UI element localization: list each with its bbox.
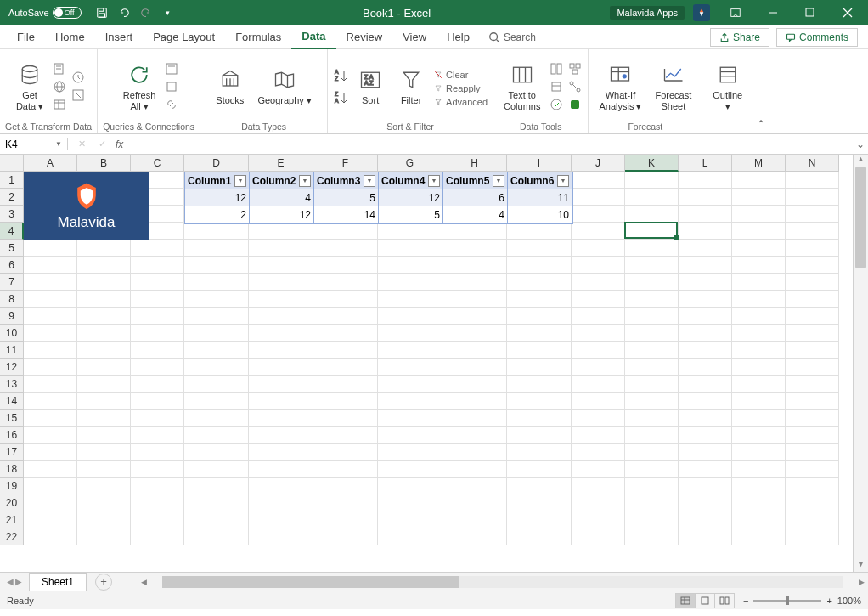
cell-E10[interactable] [249,325,313,342]
cell-E5[interactable] [249,240,313,257]
cell-N7[interactable] [786,274,839,291]
cell-B7[interactable] [77,274,131,291]
cell-B13[interactable] [77,376,131,393]
search-box[interactable]: Search [480,31,544,43]
cell-E8[interactable] [249,291,313,308]
reapply-button[interactable]: Reapply [433,82,488,94]
cell-L13[interactable] [679,376,732,393]
cell-L7[interactable] [679,274,732,291]
cell-K5[interactable] [625,240,679,257]
cell-C20[interactable] [131,494,184,511]
cell-C8[interactable] [131,291,184,308]
cell-H21[interactable] [442,511,507,528]
cell-D11[interactable] [184,342,249,359]
cell-A12[interactable] [24,359,77,376]
excel-table[interactable]: Column1▼Column2▼Column3▼Column4▼Column5▼… [184,172,573,224]
page-layout-view-button[interactable] [695,593,715,608]
tab-page-layout[interactable]: Page Layout [143,25,225,48]
row-header-17[interactable]: 17 [0,444,24,461]
tab-review[interactable]: Review [336,25,393,48]
minimize-button[interactable] [756,0,790,25]
cell-J22[interactable] [572,528,625,545]
zoom-in-button[interactable]: + [826,596,831,606]
cell-J19[interactable] [572,478,625,494]
cell-B14[interactable] [77,393,131,410]
page-break-view-button[interactable] [714,593,735,608]
column-header-I[interactable]: I [507,155,572,172]
whatif-button[interactable]: What-IfAnalysis ▾ [594,59,646,112]
cell-M9[interactable] [732,308,786,325]
filter-dropdown-icon[interactable]: ▼ [428,175,440,187]
select-all-corner[interactable] [0,155,24,172]
table-cell[interactable]: 4 [443,206,508,223]
row-header-9[interactable]: 9 [0,308,24,325]
close-button[interactable] [831,0,865,25]
cell-A15[interactable] [24,410,77,427]
table-cell[interactable]: 5 [314,189,379,206]
cell-G18[interactable] [378,461,442,478]
flash-fill-icon[interactable] [549,61,564,76]
cell-A13[interactable] [24,376,77,393]
cell-I12[interactable] [507,359,572,376]
cell-L9[interactable] [679,308,732,325]
tab-insert[interactable]: Insert [95,25,144,48]
tab-file[interactable]: File [7,25,45,48]
cell-J21[interactable] [572,511,625,528]
cell-A6[interactable] [24,257,77,274]
cell-E17[interactable] [249,444,313,461]
cell-K20[interactable] [625,494,679,511]
cell-B18[interactable] [77,461,131,478]
row-header-2[interactable]: 2 [0,189,24,206]
cell-F5[interactable] [313,240,378,257]
cell-G21[interactable] [378,511,442,528]
cell-B22[interactable] [77,528,131,545]
cell-E4[interactable] [249,223,313,240]
cell-L2[interactable] [679,189,732,206]
table-cell[interactable]: 6 [443,189,508,206]
cell-J13[interactable] [572,376,625,393]
sort-asc-icon[interactable]: AZ [333,68,348,83]
tab-help[interactable]: Help [437,25,480,48]
cell-D21[interactable] [184,511,249,528]
cell-I5[interactable] [507,240,572,257]
cell-D13[interactable] [184,376,249,393]
cell-G10[interactable] [378,325,442,342]
cell-H4[interactable] [442,223,507,240]
row-header-14[interactable]: 14 [0,393,24,410]
cell-C11[interactable] [131,342,184,359]
cell-L20[interactable] [679,494,732,511]
fx-icon[interactable]: fx [116,138,123,150]
cell-A7[interactable] [24,274,77,291]
cell-D12[interactable] [184,359,249,376]
table-cell[interactable]: 11 [508,189,572,206]
cell-F7[interactable] [313,274,378,291]
scroll-up-icon[interactable]: ▲ [854,155,868,167]
cell-D20[interactable] [184,494,249,511]
cell-D10[interactable] [184,325,249,342]
column-header-K[interactable]: K [625,155,679,172]
cell-K15[interactable] [625,410,679,427]
row-header-4[interactable]: 4 [0,223,24,240]
cell-M20[interactable] [732,494,786,511]
cell-G14[interactable] [378,393,442,410]
cell-H17[interactable] [442,444,507,461]
cell-E18[interactable] [249,461,313,478]
cell-E15[interactable] [249,410,313,427]
cell-E7[interactable] [249,274,313,291]
add-sheet-button[interactable]: + [95,574,112,591]
cell-B21[interactable] [77,511,131,528]
cell-F6[interactable] [313,257,378,274]
cell-M17[interactable] [732,444,786,461]
scroll-thumb[interactable] [162,576,459,588]
cell-N13[interactable] [786,376,839,393]
cell-K1[interactable] [625,172,679,189]
cell-C18[interactable] [131,461,184,478]
cell-N21[interactable] [786,511,839,528]
cell-B6[interactable] [77,257,131,274]
cell-A17[interactable] [24,444,77,461]
cell-E13[interactable] [249,376,313,393]
from-web-icon[interactable] [52,79,67,94]
cell-F13[interactable] [313,376,378,393]
cell-K3[interactable] [625,206,679,223]
cell-M6[interactable] [732,257,786,274]
